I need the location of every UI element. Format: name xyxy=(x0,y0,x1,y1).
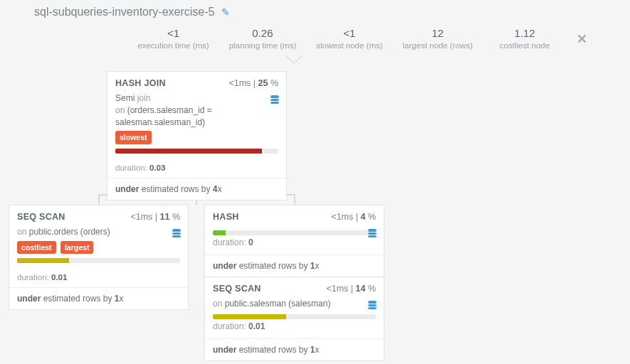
node-detail: Semi join xyxy=(115,92,278,105)
plan-canvas: HASH JOIN <1ms | 25 % Semi join on (orde… xyxy=(0,55,630,354)
node-title: HASH JOIN xyxy=(115,78,166,88)
metric-costliest-node: 1.12 costliest node xyxy=(493,27,557,50)
node-duration: duration: 0.03 xyxy=(115,164,278,172)
badge-costliest: costliest xyxy=(17,241,56,255)
node-estimate: under estimated rows by 4x xyxy=(107,178,286,200)
disk-icon xyxy=(172,229,181,237)
node-stats: <1ms | 11 % xyxy=(130,212,180,222)
node-detail: on public.orders (orders) xyxy=(17,226,180,238)
node-title: SEQ SCAN xyxy=(213,284,261,294)
close-icon[interactable]: ✕ xyxy=(577,27,587,47)
metric-planning-time: 0.26 planning time (ms) xyxy=(229,27,297,50)
node-estimate: under estimated rows by 1x xyxy=(9,287,188,309)
badge-slowest: slowest xyxy=(115,131,152,144)
plan-node-hash-join[interactable]: HASH JOIN <1ms | 25 % Semi join on (orde… xyxy=(107,71,287,200)
node-duration: duration: 0.01 xyxy=(213,321,376,333)
duration-bar xyxy=(17,258,180,263)
node-duration: duration: 0.01 xyxy=(17,273,180,282)
metric-value: 0.26 xyxy=(229,27,297,39)
node-stats: <1ms | 14 % xyxy=(326,284,376,294)
duration-bar xyxy=(115,149,278,154)
disk-icon xyxy=(368,229,377,237)
summary-metrics: <1 execution time (ms) 0.26 planning tim… xyxy=(0,26,630,55)
node-duration: duration: 0 xyxy=(213,237,376,249)
metric-label: largest node (rows) xyxy=(403,41,473,50)
metric-value: <1 xyxy=(316,27,382,39)
metric-largest-node: 12 largest node (rows) xyxy=(403,27,473,50)
connector xyxy=(98,194,100,205)
page-title: sql-subqueries-inventory-exercise-5 xyxy=(34,6,214,18)
disk-icon xyxy=(271,95,279,104)
plan-node-hash[interactable]: HASH <1ms | 4 % duration: 0 under estima… xyxy=(204,205,384,277)
metric-label: slowest node (ms) xyxy=(316,41,382,50)
duration-bar xyxy=(213,230,376,235)
node-detail: on (orders.salesman_id = salesman.salesm… xyxy=(115,105,278,129)
root-pointer-icon xyxy=(285,55,303,64)
badge-largest: largest xyxy=(61,241,93,255)
connector xyxy=(294,194,295,205)
plan-node-seq-scan-orders[interactable]: SEQ SCAN <1ms | 11 % on public.orders (o… xyxy=(9,205,189,310)
disk-icon xyxy=(368,301,377,309)
node-estimate: under estimated rows by 1x xyxy=(205,338,384,360)
metric-slowest-node: <1 slowest node (ms) xyxy=(316,27,382,50)
metric-value: 12 xyxy=(403,27,473,39)
node-stats: <1ms | 4 % xyxy=(331,212,376,222)
node-title: HASH xyxy=(213,212,239,222)
metric-value: 1.12 xyxy=(493,27,557,39)
metric-label: costliest node xyxy=(493,41,557,50)
node-estimate: under estimated rows by 1x xyxy=(205,255,384,277)
page-header: sql-subqueries-inventory-exercise-5 ✎ xyxy=(0,0,630,26)
metric-label: planning time (ms) xyxy=(229,41,297,50)
metric-execution-time: <1 execution time (ms) xyxy=(137,27,209,50)
node-detail: on public.salesman (salesman) xyxy=(213,298,376,310)
metric-label: execution time (ms) xyxy=(137,41,209,50)
node-title: SEQ SCAN xyxy=(17,212,65,222)
duration-bar xyxy=(213,314,376,319)
pencil-icon[interactable]: ✎ xyxy=(221,6,230,18)
metric-value: <1 xyxy=(137,27,209,39)
node-stats: <1ms | 25 % xyxy=(229,78,278,88)
plan-node-seq-scan-salesman[interactable]: SEQ SCAN <1ms | 14 % on public.salesman … xyxy=(204,277,384,361)
